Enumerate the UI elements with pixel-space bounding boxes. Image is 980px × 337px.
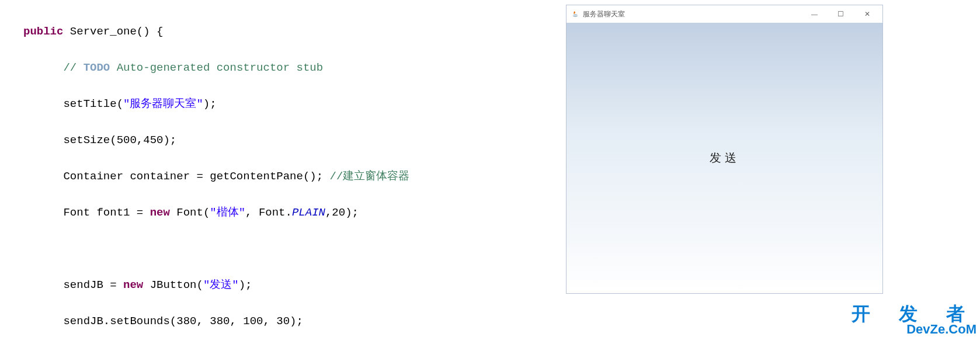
comment: //: [63, 61, 83, 74]
code-text: Font(: [170, 206, 210, 219]
close-button[interactable]: [854, 6, 880, 22]
todo-tag: TODO: [84, 61, 110, 74]
code-text: );: [239, 279, 252, 291]
watermark-url: DevZe.CoM: [852, 323, 976, 336]
keyword: new: [150, 206, 170, 219]
code-text: Server_one() {: [63, 25, 163, 38]
minimize-button[interactable]: [801, 6, 828, 22]
code-editor: public Server_one() { // TODO Auto-gener…: [0, 0, 561, 337]
watermark: 开 发 者 DevZe.CoM: [852, 304, 976, 336]
string: "发送": [203, 279, 239, 291]
code-text: ,20);: [325, 206, 359, 219]
code-text: , Font.: [245, 206, 292, 219]
code-text: Container container = getContentPane();: [63, 170, 329, 183]
code-text: JButton(: [143, 279, 203, 291]
code-text: setSize(500,450);: [63, 134, 176, 147]
maximize-button[interactable]: [828, 6, 854, 22]
titlebar[interactable]: 服务器聊天室: [567, 5, 882, 23]
java-app-window: 服务器聊天室 发送: [566, 5, 883, 294]
keyword: new: [123, 279, 143, 291]
string: "楷体": [210, 206, 245, 219]
content-pane: 发送: [567, 23, 882, 293]
watermark-text: 开 发 者: [852, 304, 976, 323]
code-text: );: [203, 98, 217, 110]
code-text: setTitle(: [63, 98, 123, 110]
code-text: sendJB.setBounds(380, 380, 100, 30);: [63, 315, 303, 328]
code-text: sendJB =: [63, 279, 123, 291]
constant: PLAIN: [292, 206, 325, 219]
string: "服务器聊天室": [123, 98, 203, 110]
comment: //建立窗体容器: [330, 170, 410, 183]
window-title: 服务器聊天室: [583, 9, 801, 19]
keyword: public: [23, 25, 63, 38]
java-icon: [571, 10, 579, 18]
code-text: Font font1 =: [63, 206, 150, 219]
send-button[interactable]: 发送: [710, 150, 740, 166]
comment: Auto-generated constructor stub: [110, 61, 323, 74]
